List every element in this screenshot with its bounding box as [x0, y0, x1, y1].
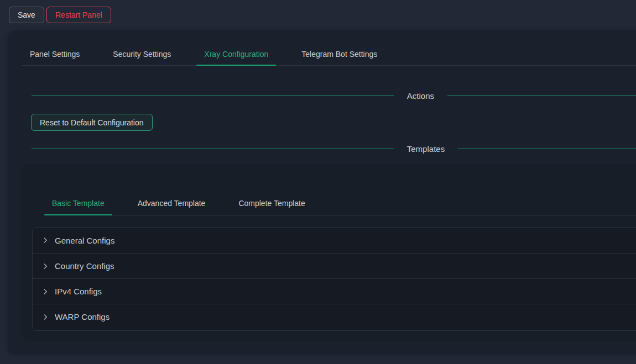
actions-divider: Actions — [32, 88, 636, 103]
collapse-header-warp-configs[interactable]: WARP Configs — [33, 304, 636, 329]
tab-advanced-template[interactable]: Advanced Template — [130, 191, 213, 215]
settings-tabs: Panel Settings Security Settings Xray Co… — [22, 43, 636, 66]
page: Save Restart Panel Panel Settings Securi… — [0, 0, 636, 364]
top-action-bar: Save Restart Panel — [0, 0, 636, 25]
collapse-label: General Configs — [55, 236, 114, 245]
chevron-right-icon — [42, 288, 49, 295]
divider-line — [32, 96, 394, 96]
tab-telegram-bot-settings[interactable]: Telegram Bot Settings — [294, 43, 385, 65]
templates-divider: Templates — [32, 141, 636, 156]
collapse-label: IPv4 Configs — [55, 287, 102, 296]
chevron-right-icon — [42, 237, 49, 244]
templates-card: Basic Template Advanced Template Complet… — [20, 164, 636, 341]
tab-xray-configuration[interactable]: Xray Configuration — [196, 43, 276, 65]
restart-panel-button[interactable]: Restart Panel — [46, 7, 111, 23]
tab-complete-template[interactable]: Complete Template — [231, 191, 312, 215]
collapse-label: WARP Configs — [55, 312, 110, 321]
divider-line — [458, 149, 636, 149]
divider-line — [32, 149, 394, 149]
save-button[interactable]: Save — [9, 7, 44, 23]
settings-card: Panel Settings Security Settings Xray Co… — [8, 30, 636, 354]
config-collapse-list: General Configs Country Configs IPv4 Con… — [32, 227, 636, 331]
chevron-right-icon — [42, 263, 49, 270]
collapse-header-general-configs[interactable]: General Configs — [33, 228, 636, 253]
reset-default-configuration-button[interactable]: Reset to Default Configuration — [31, 114, 153, 131]
divider-line — [447, 96, 636, 96]
tab-basic-template[interactable]: Basic Template — [44, 191, 112, 215]
tab-panel-settings[interactable]: Panel Settings — [22, 43, 87, 65]
template-tabs: Basic Template Advanced Template Complet… — [44, 191, 636, 215]
templates-divider-label: Templates — [407, 144, 445, 154]
collapse-header-country-configs[interactable]: Country Configs — [33, 253, 636, 278]
tab-security-settings[interactable]: Security Settings — [105, 43, 179, 65]
collapse-label: Country Configs — [55, 261, 114, 271]
collapse-header-ipv4-configs[interactable]: IPv4 Configs — [33, 278, 636, 304]
chevron-right-icon — [42, 314, 49, 320]
actions-divider-label: Actions — [407, 91, 434, 101]
